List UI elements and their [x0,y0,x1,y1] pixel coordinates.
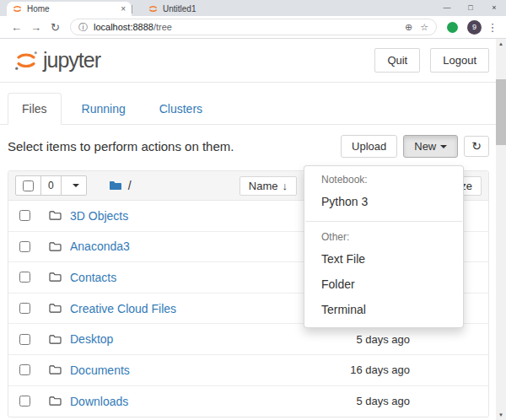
site-info-icon[interactable]: ⓘ [78,21,88,34]
maximize-icon[interactable]: □ [459,0,482,16]
header-buttons: Quit Logout [374,48,489,73]
select-group: 0 [15,175,87,196]
tab-label: Untitled1 [163,4,261,13]
row-checkbox[interactable] [19,303,30,314]
last-modified: 16 days ago [350,363,482,376]
minimize-icon[interactable]: — [435,0,459,16]
tab-label: Home [27,4,117,13]
last-modified: 5 days ago [356,333,482,346]
file-link[interactable]: Creative Cloud Files [70,302,176,315]
folder-icon [49,241,62,252]
count-dropdown-button[interactable] [61,175,87,196]
instruction-text: Select items to perform actions on them. [8,139,335,153]
jupyter-page: jupyter Quit Logout Files Running Cluste… [0,39,506,420]
folder-icon [49,272,62,283]
menu-item-folder[interactable]: Folder [304,272,463,297]
logout-label: Logout [443,54,476,67]
caret-down-icon [73,184,79,187]
url-path: /tree [153,22,172,32]
jupyter-favicon-icon [148,4,158,13]
browser-address-bar: ← → ↻ ⓘ localhost:8888/tree ⊕ ☆ 9 ⋮ [0,16,506,39]
breadcrumb: / [109,179,132,192]
menu-header-other: Other: [304,229,463,246]
url-host: localhost:8888 [94,22,153,32]
folder-icon [49,334,62,345]
breadcrumb-path[interactable]: / [128,179,132,192]
forward-icon[interactable]: → [26,21,46,34]
zoom-icon[interactable]: ⊕ [405,22,412,33]
menu-header-notebook: Notebook: [304,171,463,189]
scrollbar[interactable]: ▲ ▼ [496,39,506,420]
quit-label: Quit [387,54,407,67]
content-tabs: Files Running Clusters [0,93,506,125]
jupyter-favicon-icon [13,4,22,13]
file-row: Documents 16 days ago [8,355,488,386]
scroll-up-icon[interactable]: ▲ [496,39,506,49]
file-row: Downloads 5 days ago [8,386,488,417]
file-link[interactable]: Desktop [70,332,113,346]
file-link[interactable]: Contacts [70,271,116,284]
back-icon[interactable]: ← [7,21,26,34]
profile-avatar[interactable]: 9 [467,20,482,35]
action-row: Select items to perform actions on them.… [0,125,506,165]
sort-name-button[interactable]: Name↓ [240,176,297,196]
tab-files[interactable]: Files [8,93,62,125]
file-link[interactable]: Anaconda3 [70,240,130,253]
upload-button[interactable]: Upload [341,135,397,158]
row-checkbox[interactable] [19,241,30,252]
close-icon[interactable]: × [482,0,506,16]
jupyter-logo[interactable]: jupyter [13,48,100,73]
row-checkbox[interactable] [19,210,30,221]
sort-name-label: Name [249,180,278,192]
folder-icon [49,364,62,375]
logout-button[interactable]: Logout [430,48,489,73]
quit-button[interactable]: Quit [374,48,420,73]
sort-arrow-down-icon: ↓ [282,180,288,192]
menu-kebab-icon[interactable]: ⋮ [486,21,499,34]
extension-icon[interactable] [447,22,458,33]
url-bar[interactable]: ⓘ localhost:8888/tree ⊕ ☆ [70,19,437,35]
breadcrumb-folder-icon[interactable] [109,180,122,191]
refresh-icon: ↻ [471,139,482,153]
caret-down-icon [440,145,447,148]
new-dropdown-menu: Notebook: Python 3 Other: Text File Fold… [304,165,464,328]
file-row: Desktop 5 days ago [8,324,488,355]
jupyter-header: jupyter Quit Logout [0,39,506,83]
menu-divider [305,221,462,222]
tab-clusters[interactable]: Clusters [146,94,216,124]
scroll-down-icon[interactable]: ▼ [496,410,506,420]
menu-item-python3[interactable]: Python 3 [304,189,463,214]
bookmark-star-icon[interactable]: ☆ [420,22,428,33]
select-all-checkbox[interactable] [23,180,34,191]
browser-tab-home[interactable]: Home × [7,2,132,16]
row-checkbox[interactable] [19,334,30,345]
last-modified: 5 days ago [356,395,482,407]
reload-icon[interactable]: ↻ [46,21,65,34]
file-link[interactable]: Documents [70,363,130,377]
row-checkbox[interactable] [19,272,30,283]
refresh-list-button[interactable]: ↻ [464,136,489,157]
file-link[interactable]: 3D Objects [70,209,128,223]
tab-separator [132,5,132,13]
row-checkbox[interactable] [19,396,30,407]
folder-icon [49,210,62,221]
window-controls: — □ × [435,0,506,16]
jupyter-logo-icon [13,48,39,73]
menu-item-terminal[interactable]: Terminal [304,297,463,322]
new-label: New [414,140,436,153]
folder-icon [49,303,62,314]
new-button[interactable]: New [403,135,458,158]
file-link[interactable]: Downloads [70,395,128,408]
select-all-button[interactable] [15,175,41,196]
selected-count-button[interactable]: 0 [40,175,62,196]
browser-tab-untitled1[interactable]: Untitled1 [143,2,267,16]
browser-tab-strip: Home × Untitled1 — □ × [0,0,506,16]
tab-close-icon[interactable]: × [121,4,126,13]
jupyter-logo-text: jupyter [43,48,100,73]
tab-running[interactable]: Running [68,94,139,124]
scrollbar-thumb[interactable] [496,79,506,145]
row-checkbox[interactable] [19,364,30,375]
menu-item-text-file[interactable]: Text File [304,246,463,272]
folder-icon [49,396,62,407]
upload-label: Upload [352,140,386,153]
